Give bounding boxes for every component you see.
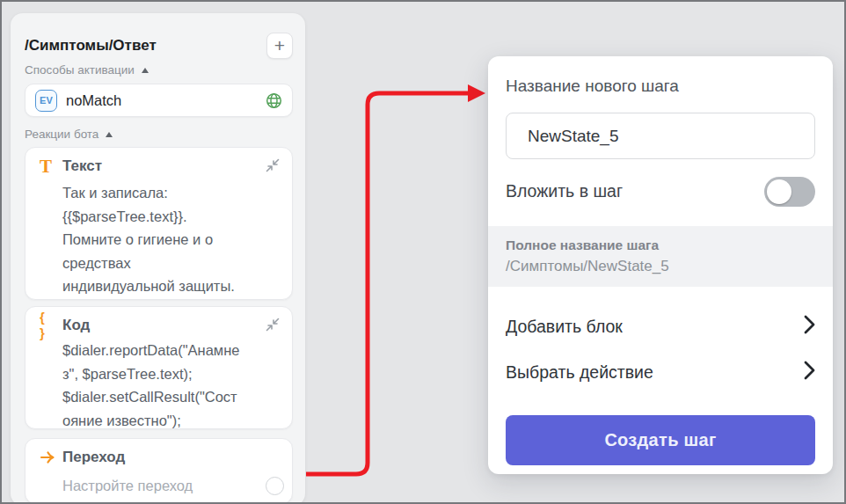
transition-row: Настройте переход xyxy=(62,477,278,495)
block-header: { } Код xyxy=(40,318,278,333)
state-card-header: /Симптомы/Ответ + xyxy=(25,33,293,59)
collapse-icon[interactable] xyxy=(266,318,280,335)
plus-icon: + xyxy=(274,34,285,57)
create-step-button[interactable]: Создать шаг xyxy=(506,415,815,465)
collapse-icon[interactable] xyxy=(266,158,280,176)
full-name-value: /Симптомы/NewState_5 xyxy=(506,258,815,275)
nest-toggle-label: Вложить в шаг xyxy=(506,181,623,201)
menu-item-add-block[interactable]: Добавить блок xyxy=(506,316,815,337)
activation-section-header[interactable]: Способы активации xyxy=(25,63,293,77)
code-block-icon: { } xyxy=(40,310,55,341)
modal-title: Название нового шага xyxy=(506,76,815,96)
menu-item-select-action[interactable]: Выбрать действие xyxy=(506,362,815,383)
toggle-knob xyxy=(767,179,791,204)
menu-item-label: Выбрать действие xyxy=(506,362,653,383)
triangle-up-icon xyxy=(106,132,113,137)
chevron-right-icon xyxy=(803,314,815,339)
trigger-name: noMatch xyxy=(66,92,121,109)
transition-placeholder: Настройте переход xyxy=(62,478,193,494)
menu-item-label: Добавить блок xyxy=(506,317,623,337)
add-block-button[interactable]: + xyxy=(266,33,293,59)
block-card-transition[interactable]: Переход Настройте переход xyxy=(25,438,293,504)
connection-point[interactable] xyxy=(266,477,284,495)
text-block-body: Так и записала: {{$parseTree.text}}. Пом… xyxy=(62,181,278,298)
block-card-text[interactable]: T Текст Так и записала: {{$parseTree.tex… xyxy=(25,147,293,300)
globe-icon xyxy=(266,92,282,109)
state-title: /Симптомы/Ответ xyxy=(25,37,157,55)
block-title: Код xyxy=(62,317,90,334)
block-card-code[interactable]: { } Код $dialer.reportData("Анамне з", $… xyxy=(25,306,293,429)
trigger-row-nomatch[interactable]: EV noMatch xyxy=(25,84,293,117)
flow-editor-screen: /Симптомы/Ответ + Способы активации EV n… xyxy=(0,0,846,504)
reactions-section-label: Реакции бота xyxy=(25,128,98,141)
chevron-right-icon xyxy=(803,360,815,384)
triangle-up-icon xyxy=(142,68,149,73)
block-title: Текст xyxy=(62,157,102,175)
step-name-input[interactable] xyxy=(506,113,815,159)
activation-section-label: Способы активации xyxy=(25,63,135,77)
block-header: Переход xyxy=(40,449,278,465)
state-card: /Симптомы/Ответ + Способы активации EV n… xyxy=(11,13,305,504)
nest-toggle-row: Вложить в шаг xyxy=(506,176,815,207)
text-block-icon: T xyxy=(40,158,55,174)
new-step-modal: Название нового шага Вложить в шаг Полно… xyxy=(488,56,833,474)
transition-arrow-icon xyxy=(40,450,55,464)
event-badge-icon: EV xyxy=(35,90,57,112)
block-header: T Текст xyxy=(40,158,278,174)
block-title: Переход xyxy=(62,449,125,466)
nest-toggle[interactable] xyxy=(764,177,815,207)
full-name-section: Полное название шага /Симптомы/NewState_… xyxy=(488,226,833,287)
full-name-label: Полное название шага xyxy=(506,237,815,253)
code-block-body: $dialer.reportData("Анамне з", $parseTre… xyxy=(62,339,278,429)
reactions-section-header[interactable]: Реакции бота xyxy=(25,128,293,141)
